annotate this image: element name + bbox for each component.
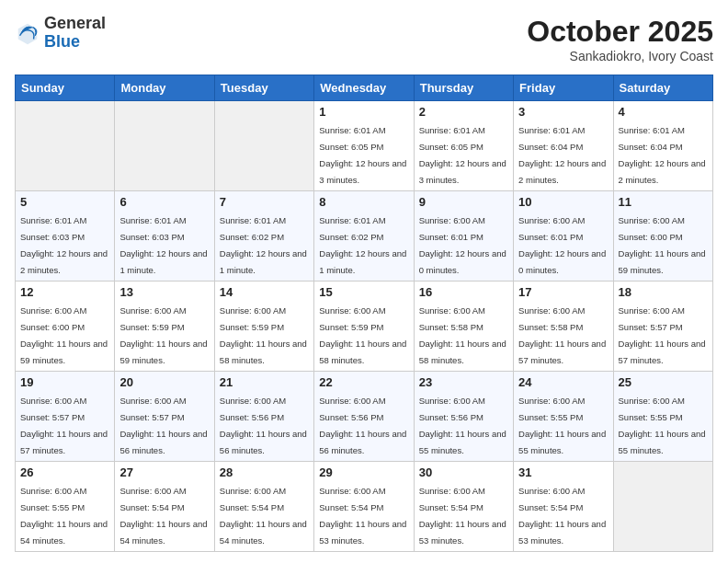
day-number: 12 xyxy=(20,285,109,299)
calendar-cell: 13 Sunrise: 6:00 AMSunset: 5:59 PMDaylig… xyxy=(115,282,214,372)
day-number: 30 xyxy=(419,465,508,479)
day-info: Sunrise: 6:01 AMSunset: 6:04 PMDaylight:… xyxy=(619,125,706,185)
title-area: October 2025 Sankadiokro, Ivory Coast xyxy=(527,15,713,63)
weekday-header-monday: Monday xyxy=(115,75,214,101)
header: General Blue October 2025 Sankadiokro, I… xyxy=(15,15,713,63)
day-info: Sunrise: 6:00 AMSunset: 5:54 PMDaylight:… xyxy=(419,486,506,546)
day-info: Sunrise: 6:00 AMSunset: 5:54 PMDaylight:… xyxy=(220,486,307,546)
weekday-header-friday: Friday xyxy=(514,75,613,101)
day-info: Sunrise: 6:01 AMSunset: 6:02 PMDaylight:… xyxy=(220,215,307,275)
day-info: Sunrise: 6:00 AMSunset: 5:56 PMDaylight:… xyxy=(419,396,506,455)
day-number: 23 xyxy=(419,375,508,389)
day-number: 27 xyxy=(119,465,209,479)
logo: General Blue xyxy=(15,15,106,52)
day-info: Sunrise: 6:01 AMSunset: 6:05 PMDaylight:… xyxy=(319,125,406,185)
day-number: 29 xyxy=(319,465,408,479)
day-number: 6 xyxy=(119,195,209,209)
calendar-cell: 9 Sunrise: 6:00 AMSunset: 6:01 PMDayligh… xyxy=(414,191,513,282)
calendar-cell: 12 Sunrise: 6:00 AMSunset: 6:00 PMDaylig… xyxy=(16,282,115,372)
day-info: Sunrise: 6:00 AMSunset: 6:00 PMDaylight:… xyxy=(20,305,108,365)
day-info: Sunrise: 6:00 AMSunset: 5:55 PMDaylight:… xyxy=(20,486,108,546)
calendar-cell: 4 Sunrise: 6:01 AMSunset: 6:04 PMDayligh… xyxy=(613,101,712,191)
day-number: 17 xyxy=(518,285,608,299)
day-number: 24 xyxy=(518,375,608,389)
week-row-2: 5 Sunrise: 6:01 AMSunset: 6:03 PMDayligh… xyxy=(16,191,713,282)
day-number: 19 xyxy=(20,375,109,389)
calendar-cell: 23 Sunrise: 6:00 AMSunset: 5:56 PMDaylig… xyxy=(414,372,513,462)
day-info: Sunrise: 6:00 AMSunset: 6:01 PMDaylight:… xyxy=(419,215,506,275)
calendar-cell: 3 Sunrise: 6:01 AMSunset: 6:04 PMDayligh… xyxy=(514,101,613,191)
week-row-5: 26 Sunrise: 6:00 AMSunset: 5:55 PMDaylig… xyxy=(16,462,713,552)
calendar-cell xyxy=(613,462,712,552)
day-number: 3 xyxy=(518,105,608,119)
day-number: 16 xyxy=(419,285,508,299)
calendar-cell: 6 Sunrise: 6:01 AMSunset: 6:03 PMDayligh… xyxy=(115,191,214,282)
calendar-cell: 19 Sunrise: 6:00 AMSunset: 5:57 PMDaylig… xyxy=(16,372,115,462)
day-info: Sunrise: 6:01 AMSunset: 6:04 PMDaylight:… xyxy=(518,125,606,185)
weekday-header-thursday: Thursday xyxy=(414,75,513,101)
calendar-cell: 21 Sunrise: 6:00 AMSunset: 5:56 PMDaylig… xyxy=(214,372,313,462)
calendar-cell: 25 Sunrise: 6:00 AMSunset: 5:55 PMDaylig… xyxy=(613,372,712,462)
calendar-cell: 27 Sunrise: 6:00 AMSunset: 5:54 PMDaylig… xyxy=(115,462,214,552)
day-number: 5 xyxy=(20,195,109,209)
calendar-cell: 15 Sunrise: 6:00 AMSunset: 5:59 PMDaylig… xyxy=(314,282,414,372)
day-info: Sunrise: 6:00 AMSunset: 5:57 PMDaylight:… xyxy=(119,396,207,455)
weekday-header-saturday: Saturday xyxy=(613,75,712,101)
day-info: Sunrise: 6:01 AMSunset: 6:03 PMDaylight:… xyxy=(20,215,108,275)
week-row-3: 12 Sunrise: 6:00 AMSunset: 6:00 PMDaylig… xyxy=(16,282,713,372)
calendar-cell: 11 Sunrise: 6:00 AMSunset: 6:00 PMDaylig… xyxy=(613,191,712,282)
day-info: Sunrise: 6:00 AMSunset: 5:54 PMDaylight:… xyxy=(518,486,606,546)
day-number: 8 xyxy=(319,195,408,209)
calendar-cell: 26 Sunrise: 6:00 AMSunset: 5:55 PMDaylig… xyxy=(16,462,115,552)
calendar-cell: 17 Sunrise: 6:00 AMSunset: 5:58 PMDaylig… xyxy=(514,282,613,372)
day-number: 31 xyxy=(518,465,608,479)
weekday-header-tuesday: Tuesday xyxy=(214,75,313,101)
logo-icon xyxy=(15,20,40,46)
calendar-cell: 8 Sunrise: 6:01 AMSunset: 6:02 PMDayligh… xyxy=(314,191,414,282)
calendar-cell: 24 Sunrise: 6:00 AMSunset: 5:55 PMDaylig… xyxy=(514,372,613,462)
day-info: Sunrise: 6:00 AMSunset: 6:00 PMDaylight:… xyxy=(619,215,706,275)
day-info: Sunrise: 6:00 AMSunset: 5:57 PMDaylight:… xyxy=(20,396,108,455)
day-info: Sunrise: 6:00 AMSunset: 5:59 PMDaylight:… xyxy=(319,305,406,365)
day-number: 15 xyxy=(319,285,408,299)
day-info: Sunrise: 6:00 AMSunset: 5:58 PMDaylight:… xyxy=(518,305,606,365)
calendar-cell: 2 Sunrise: 6:01 AMSunset: 6:05 PMDayligh… xyxy=(414,101,513,191)
location-subtitle: Sankadiokro, Ivory Coast xyxy=(527,49,713,63)
day-info: Sunrise: 6:00 AMSunset: 5:54 PMDaylight:… xyxy=(319,486,406,546)
day-number: 7 xyxy=(220,195,309,209)
calendar-cell: 1 Sunrise: 6:01 AMSunset: 6:05 PMDayligh… xyxy=(314,101,414,191)
day-info: Sunrise: 6:01 AMSunset: 6:03 PMDaylight:… xyxy=(119,215,207,275)
day-number: 26 xyxy=(20,465,109,479)
calendar-cell xyxy=(115,101,214,191)
day-number: 2 xyxy=(419,105,508,119)
calendar-cell: 18 Sunrise: 6:00 AMSunset: 5:57 PMDaylig… xyxy=(613,282,712,372)
calendar-cell: 31 Sunrise: 6:00 AMSunset: 5:54 PMDaylig… xyxy=(514,462,613,552)
day-number: 25 xyxy=(619,375,708,389)
day-number: 18 xyxy=(619,285,708,299)
day-number: 10 xyxy=(518,195,608,209)
day-number: 28 xyxy=(220,465,309,479)
day-info: Sunrise: 6:00 AMSunset: 5:59 PMDaylight:… xyxy=(220,305,307,365)
day-info: Sunrise: 6:00 AMSunset: 5:55 PMDaylight:… xyxy=(619,396,706,455)
day-info: Sunrise: 6:00 AMSunset: 5:56 PMDaylight:… xyxy=(220,396,307,455)
day-info: Sunrise: 6:00 AMSunset: 5:55 PMDaylight:… xyxy=(518,396,606,455)
day-number: 11 xyxy=(619,195,708,209)
day-info: Sunrise: 6:00 AMSunset: 5:56 PMDaylight:… xyxy=(319,396,406,455)
day-info: Sunrise: 6:00 AMSunset: 5:54 PMDaylight:… xyxy=(119,486,207,546)
day-info: Sunrise: 6:00 AMSunset: 5:58 PMDaylight:… xyxy=(419,305,506,365)
day-number: 20 xyxy=(119,375,209,389)
day-number: 22 xyxy=(319,375,408,389)
calendar-cell: 16 Sunrise: 6:00 AMSunset: 5:58 PMDaylig… xyxy=(414,282,513,372)
day-number: 4 xyxy=(619,105,708,119)
day-number: 14 xyxy=(220,285,309,299)
week-row-1: 1 Sunrise: 6:01 AMSunset: 6:05 PMDayligh… xyxy=(16,101,713,191)
weekday-header-sunday: Sunday xyxy=(16,75,115,101)
day-number: 1 xyxy=(319,105,408,119)
day-info: Sunrise: 6:01 AMSunset: 6:05 PMDaylight:… xyxy=(419,125,506,185)
day-info: Sunrise: 6:00 AMSunset: 5:59 PMDaylight:… xyxy=(119,305,207,365)
calendar-cell: 10 Sunrise: 6:00 AMSunset: 6:01 PMDaylig… xyxy=(514,191,613,282)
calendar-cell: 29 Sunrise: 6:00 AMSunset: 5:54 PMDaylig… xyxy=(314,462,414,552)
day-info: Sunrise: 6:00 AMSunset: 6:01 PMDaylight:… xyxy=(518,215,606,275)
calendar-cell: 28 Sunrise: 6:00 AMSunset: 5:54 PMDaylig… xyxy=(214,462,313,552)
calendar-cell: 30 Sunrise: 6:00 AMSunset: 5:54 PMDaylig… xyxy=(414,462,513,552)
